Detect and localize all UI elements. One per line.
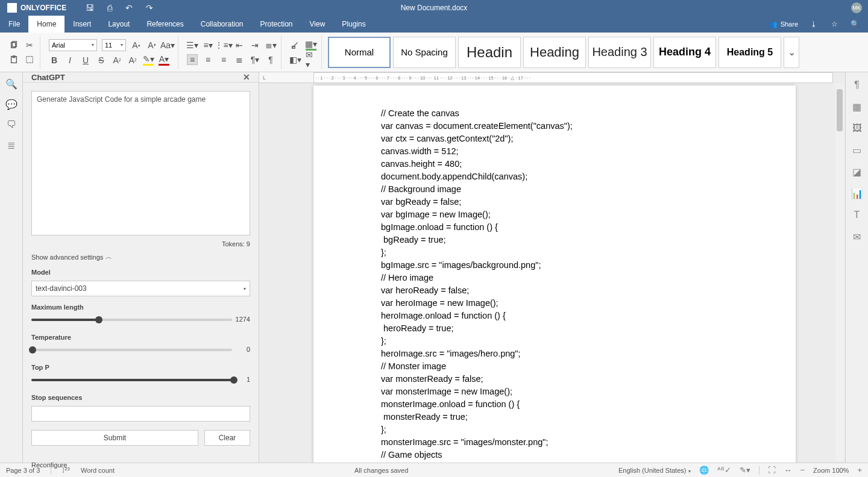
multilevel-list-icon[interactable]: ⋮≡▾ — [218, 40, 229, 51]
clear-button[interactable]: Clear — [204, 430, 250, 446]
fit-page-icon[interactable]: ⛶ — [768, 466, 776, 475]
copy-icon[interactable] — [8, 40, 19, 51]
advanced-toggle[interactable]: Show advanced settings ︿ — [31, 252, 250, 261]
comments-icon[interactable]: 💬 — [6, 99, 17, 110]
topp-slider[interactable]: 1 — [31, 376, 250, 387]
line-spacing-icon[interactable]: ≣▾ — [265, 40, 276, 51]
doclang-icon[interactable]: 🌐 — [699, 466, 709, 475]
font-color-icon[interactable]: A▾ — [159, 55, 169, 66]
style-normal[interactable]: Normal — [328, 37, 391, 68]
model-select[interactable]: text-davinci-003 ▾ — [31, 281, 250, 296]
increase-indent-icon[interactable]: ⇥ — [250, 40, 260, 51]
align-right-icon[interactable]: ≡ — [218, 54, 229, 65]
trackchanges-icon[interactable]: ✎▾ — [740, 466, 750, 475]
paragraph-mark-icon[interactable]: ¶▾ — [250, 54, 260, 65]
navigation-icon[interactable]: ≣ — [6, 140, 17, 151]
change-case-icon[interactable]: Aa▾ — [162, 40, 173, 51]
tab-file[interactable]: File — [0, 16, 28, 33]
number-list-icon[interactable]: ≡▾ — [203, 40, 213, 51]
font-size-select[interactable]: 11▾ — [102, 39, 126, 51]
paste-icon[interactable] — [8, 54, 19, 65]
style-heading2[interactable]: Heading — [523, 37, 586, 68]
save-icon[interactable]: 🖫 — [86, 3, 94, 13]
superscript-icon[interactable]: A2 — [112, 55, 122, 66]
style-heading3[interactable]: Heading 3 — [588, 37, 651, 68]
paragraph-settings-icon[interactable]: ¶ — [852, 80, 863, 90]
page-indicator[interactable]: Page 3 of 3 — [6, 467, 40, 474]
submit-button[interactable]: Submit — [31, 430, 198, 446]
header-footer-icon[interactable]: ▭ — [852, 145, 863, 155]
style-heading4[interactable]: Heading 4 — [653, 37, 716, 68]
mailmerge-icon[interactable]: ✉▾ — [306, 54, 316, 65]
language-select[interactable]: English (United States) ▾ — [618, 467, 691, 474]
wordcount-button[interactable]: Word count — [81, 467, 115, 474]
decrease-indent-icon[interactable]: ⇤ — [234, 40, 245, 51]
page-content[interactable]: // Create the canvas var canvas = docume… — [313, 86, 796, 463]
shading-icon[interactable]: ▦▾ — [306, 40, 316, 51]
share-button[interactable]: 👥 Share — [769, 19, 798, 29]
prompt-textarea[interactable] — [31, 91, 250, 235]
app-logo[interactable]: ONLYOFFICE — [0, 3, 74, 13]
highlight-color-icon[interactable]: ✎▾ — [143, 55, 154, 66]
find-icon[interactable]: 🔍 — [6, 78, 17, 89]
maxlen-slider[interactable]: 1274 — [31, 316, 250, 326]
decrease-font-icon[interactable]: A▾ — [146, 40, 157, 51]
align-left-icon[interactable]: ≡ — [187, 54, 198, 65]
search-icon[interactable]: 🔍 — [850, 19, 860, 29]
tab-plugins[interactable]: Plugins — [333, 16, 374, 33]
tab-collaboration[interactable]: Collaboration — [192, 16, 252, 33]
tab-layout[interactable]: Layout — [99, 16, 138, 33]
open-location-icon[interactable]: ⭳ — [809, 19, 819, 29]
page[interactable]: // Create the canvas var canvas = docume… — [313, 86, 796, 463]
chart-settings-icon[interactable]: 📊 — [852, 188, 863, 199]
zoom-level[interactable]: Zoom 100% — [813, 467, 849, 474]
increase-font-icon[interactable]: A▴ — [131, 40, 142, 51]
fit-width-icon[interactable]: ↔ — [784, 466, 792, 475]
select-all-icon[interactable] — [24, 54, 35, 65]
style-heading1[interactable]: Headin — [458, 37, 521, 68]
italic-icon[interactable]: I — [64, 55, 75, 66]
nonprinting-icon[interactable]: ¶ — [265, 54, 276, 65]
spellcheck-icon[interactable]: ᴬᴮ✓ — [717, 466, 731, 475]
horizontal-ruler[interactable]: · · 1 · · · 2 · · · 3 · · · 4 · · · 5 · … — [313, 72, 833, 83]
tab-home[interactable]: Home — [28, 16, 64, 33]
tab-references[interactable]: References — [138, 16, 192, 33]
underline-icon[interactable]: U — [80, 55, 91, 66]
shape-icon[interactable]: ◧▾ — [290, 54, 301, 65]
favorite-icon[interactable]: ☆ — [829, 19, 839, 29]
chat-icon[interactable]: 🗨 — [6, 119, 17, 130]
scrollbar-thumb[interactable] — [837, 89, 843, 131]
redo-icon[interactable]: ↷ — [146, 3, 153, 13]
image-settings-icon[interactable]: 🖼 — [852, 123, 863, 134]
tab-insert[interactable]: Insert — [64, 16, 99, 33]
font-family-select[interactable]: Arial▾ — [49, 39, 97, 51]
clear-style-icon[interactable] — [290, 40, 301, 51]
subscript-icon[interactable]: A2 — [127, 55, 138, 66]
cut-icon[interactable]: ✂ — [24, 40, 35, 51]
align-justify-icon[interactable]: ≣ — [234, 54, 245, 65]
tab-view[interactable]: View — [301, 16, 334, 33]
temp-slider[interactable]: 0 — [31, 346, 250, 357]
style-heading5[interactable]: Heading 5 — [719, 37, 781, 68]
bold-icon[interactable]: B — [49, 55, 60, 66]
stop-input[interactable] — [31, 406, 250, 422]
textart-settings-icon[interactable]: T — [852, 210, 863, 220]
table-settings-icon[interactable]: ▦ — [852, 101, 863, 112]
user-avatar[interactable]: MK — [851, 2, 862, 13]
temp-label: Temperature — [31, 334, 250, 341]
styles-more-icon[interactable]: ⌄ — [784, 37, 799, 68]
mail-merge-icon[interactable]: ✉ — [852, 231, 863, 242]
zoom-out-icon[interactable]: − — [800, 466, 805, 475]
bullet-list-icon[interactable]: ☰▾ — [187, 40, 198, 51]
clear-label: Clear — [219, 434, 236, 442]
undo-icon[interactable]: ↶ — [125, 3, 133, 13]
close-icon[interactable]: ✕ — [243, 72, 250, 82]
zoom-in-icon[interactable]: + — [857, 466, 862, 475]
print-icon[interactable]: ⎙ — [107, 3, 112, 13]
tab-protection[interactable]: Protection — [252, 16, 301, 33]
shape-settings-icon[interactable]: ◪ — [852, 166, 863, 177]
align-center-icon[interactable]: ≡ — [203, 54, 213, 65]
style-no-spacing[interactable]: No Spacing — [393, 37, 456, 68]
strikethrough-icon[interactable]: S — [96, 55, 107, 66]
vertical-scrollbar[interactable] — [835, 83, 844, 461]
